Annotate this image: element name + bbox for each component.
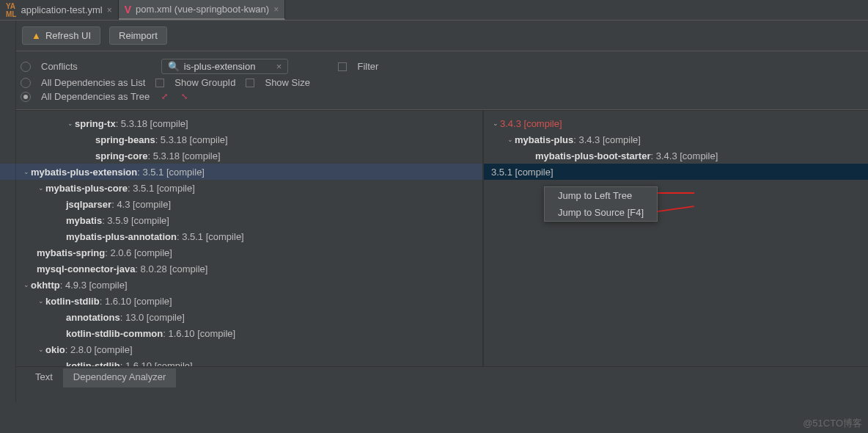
radio-list[interactable] — [21, 78, 31, 88]
chevron-down-icon: ⌄ — [22, 281, 31, 288]
option-label: Show GroupId — [174, 77, 235, 88]
tab-application-test[interactable]: YAML application-test.yml × — [0, 0, 119, 20]
tab-dependency-analyzer[interactable]: Dependency Analyzer — [63, 368, 176, 387]
radio-conflicts[interactable] — [21, 62, 31, 72]
dep-version: : 1.6.10 [compile] — [100, 296, 172, 307]
search-box[interactable]: 🔍 × — [161, 59, 289, 74]
radio-tree[interactable] — [21, 92, 31, 102]
checkbox-groupid[interactable] — [155, 79, 164, 87]
tree-row[interactable]: kotlin-stdlib-common : 1.6.10 [compile] — [0, 325, 482, 341]
dep-name: mybatis-plus-core — [45, 183, 128, 194]
dep-version: : 5.3.18 [compile] — [116, 118, 188, 129]
tree-row[interactable]: ⌄ 3.4.3 [compile] — [484, 115, 868, 131]
close-icon[interactable]: × — [107, 5, 112, 15]
dep-name: mybatis-plus-extension — [31, 167, 137, 178]
dep-name: mysql-connector-java — [37, 263, 135, 274]
tree-row[interactable]: ⌄ mybatis-plus-extension : 3.5.1 [compil… — [0, 164, 482, 180]
expand-icon[interactable]: ⤢ — [161, 92, 168, 101]
context-menu: Jump to Left Tree Jump to Source [F4] — [544, 186, 658, 222]
tree-row[interactable]: mybatis-spring : 2.0.6 [compile] — [0, 244, 482, 261]
yaml-icon: YAML — [6, 2, 16, 18]
dep-version: : 3.5.1 [compile] — [128, 183, 195, 194]
dep-name: spring-core — [95, 150, 148, 161]
dep-version: : 3.4.3 [compile] — [650, 150, 718, 161]
chevron-down-icon: ⌄ — [66, 120, 75, 127]
dep-name: kotlin-stdlib — [66, 360, 120, 367]
dep-name: mybatis — [66, 215, 102, 226]
tree-row[interactable]: ⌄ mybatis-plus-core : 3.5.1 [compile] — [0, 180, 482, 196]
warning-icon: ▲ — [32, 30, 41, 41]
options-panel: Conflicts 🔍 × Filter All Dependencies as… — [0, 51, 868, 110]
tree-row[interactable]: ⌄ spring-tx : 5.3.18 [compile] — [0, 115, 482, 131]
dep-name: mybatis-plus — [515, 134, 573, 145]
dep-name: mybatis-plus-annotation — [66, 231, 177, 242]
dep-version: : 2.0.6 [compile] — [105, 247, 172, 258]
bottom-tabs: Text Dependency Analyzer — [0, 368, 868, 387]
tree-row[interactable]: ⌄ okhttp : 4.9.3 [compile] — [0, 277, 482, 293]
dep-version: 3.4.3 [compile] — [500, 118, 562, 129]
reimport-button[interactable]: Reimport — [109, 26, 167, 45]
editor-tabs: YAML application-test.yml × V pom.xml (v… — [0, 0, 868, 21]
option-label: Show Size — [265, 77, 309, 88]
tree-row[interactable]: mybatis-plus-annotation : 3.5.1 [compile… — [0, 228, 482, 244]
tree-row[interactable]: mybatis-plus-boot-starter : 3.4.3 [compi… — [484, 148, 868, 164]
dep-version: : 4.9.3 [compile] — [60, 280, 128, 291]
dep-name: okio — [45, 344, 65, 355]
tree-row[interactable]: spring-core : 5.3.18 [compile] — [0, 148, 482, 164]
tree-row[interactable]: jsqlparser : 4.3 [compile] — [0, 196, 482, 212]
dep-name: okhttp — [31, 280, 60, 291]
tree-row[interactable]: annotations : 13.0 [compile] — [0, 309, 482, 325]
dep-version: : 4.3 [compile] — [111, 199, 171, 210]
chevron-down-icon: ⌄ — [22, 168, 31, 175]
option-label: All Dependencies as List — [41, 77, 145, 88]
checkbox-size[interactable] — [246, 79, 254, 87]
dep-name: spring-tx — [75, 118, 116, 129]
tree-row[interactable]: spring-beans : 5.3.18 [compile] — [0, 131, 482, 148]
tree-row[interactable]: kotlin-stdlib : 1.6.10 [compile] — [0, 357, 482, 366]
toolbar: ▲ Refresh UI Reimport — [0, 21, 868, 51]
dep-name: jsqlparser — [66, 199, 111, 210]
dep-version: : 13.0 [compile] — [120, 312, 185, 323]
dep-name: kotlin-stdlib — [45, 296, 100, 307]
dep-version: : 5.3.18 [compile] — [148, 150, 221, 161]
collapse-icon[interactable]: ⤡ — [181, 92, 188, 101]
close-icon[interactable]: × — [273, 4, 279, 15]
refresh-button[interactable]: ▲ Refresh UI — [22, 26, 100, 45]
dep-name: mybatis-plus-boot-starter — [535, 150, 650, 161]
option-label: All Dependencies as Tree — [41, 91, 150, 102]
dep-version: : 3.5.9 [compile] — [102, 215, 169, 226]
tree-row[interactable]: 3.5.1 [compile] — [484, 164, 868, 180]
left-tree-panel: ⌄ spring-tx : 5.3.18 [compile]spring-bea… — [0, 111, 484, 366]
tree-row[interactable]: mybatis : 3.5.9 [compile] — [0, 212, 482, 228]
dep-name: kotlin-stdlib-common — [66, 328, 163, 339]
dep-version: : 5.3.18 [compile] — [155, 134, 228, 145]
option-label: Filter — [357, 61, 378, 72]
dep-version: : 3.5.1 [compile] — [137, 167, 205, 178]
tab-label: application-test.yml — [21, 4, 102, 15]
dep-name: mybatis-spring — [37, 247, 105, 258]
menu-jump-source[interactable]: Jump to Source [F4] — [545, 204, 657, 221]
dep-version: 3.5.1 [compile] — [491, 167, 553, 178]
clear-search-icon[interactable]: × — [276, 61, 282, 72]
option-label: Conflicts — [41, 61, 78, 72]
tab-pom-xml[interactable]: V pom.xml (vue-springboot-kwan) × — [119, 0, 285, 20]
maven-icon: V — [125, 4, 131, 15]
dep-name: annotations — [66, 312, 120, 323]
dep-version: : 3.5.1 [compile] — [177, 231, 244, 242]
tree-row[interactable]: mysql-connector-java : 8.0.28 [compile] — [0, 261, 482, 277]
search-input[interactable] — [184, 61, 272, 72]
menu-jump-left[interactable]: Jump to Left Tree — [545, 187, 657, 204]
watermark: @51CTO博客 — [803, 417, 862, 430]
tab-text[interactable]: Text — [25, 368, 63, 387]
dep-version: : 2.8.0 [compile] — [65, 344, 133, 355]
tab-label: pom.xml (vue-springboot-kwan) — [136, 4, 269, 15]
dep-version: : 1.6.10 [compile] — [163, 328, 235, 339]
search-icon: 🔍 — [168, 61, 180, 72]
chevron-down-icon: ⌄ — [37, 184, 45, 192]
checkbox-filter[interactable] — [338, 62, 347, 71]
tree-row[interactable]: ⌄ okio : 2.8.0 [compile] — [0, 341, 482, 357]
tree-row[interactable]: ⌄ mybatis-plus : 3.4.3 [compile] — [484, 131, 868, 148]
tree-row[interactable]: ⌄ kotlin-stdlib : 1.6.10 [compile] — [0, 293, 482, 309]
dep-version: : 8.0.28 [compile] — [135, 263, 207, 274]
chevron-down-icon: ⌄ — [506, 136, 515, 143]
